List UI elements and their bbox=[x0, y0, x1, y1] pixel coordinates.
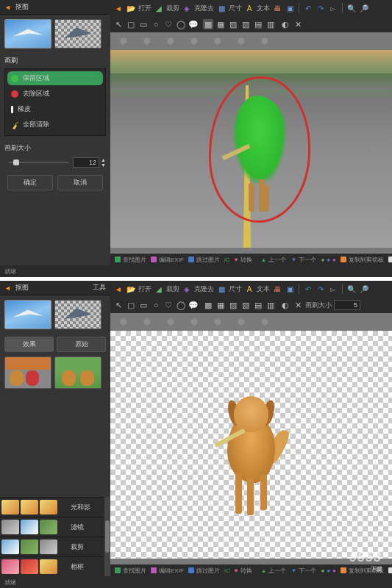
brush-clear[interactable]: 全部清除 bbox=[7, 118, 103, 132]
sb-wall[interactable]: 电子邮件 bbox=[388, 256, 392, 264]
open-label[interactable]: 打开 bbox=[138, 284, 152, 294]
thumb-cutout[interactable] bbox=[54, 19, 101, 49]
heart-icon[interactable]: ♡ bbox=[163, 300, 174, 310]
border3-icon[interactable]: ▨ bbox=[228, 300, 238, 310]
cancel-button[interactable]: 取消 bbox=[57, 175, 103, 190]
speech-icon[interactable]: 💬 bbox=[188, 19, 199, 29]
zoom-in-icon[interactable]: 🔍 bbox=[346, 284, 357, 294]
circle-icon[interactable]: ○ bbox=[151, 19, 161, 29]
brush-keep[interactable]: 保留区域 bbox=[7, 71, 103, 85]
sb-copy[interactable]: 复制到剪切板 bbox=[341, 567, 384, 575]
brush-eraser[interactable]: 橡皮 bbox=[7, 102, 103, 116]
sb-ic[interactable]: IC bbox=[224, 567, 230, 574]
border4-icon[interactable]: ▧ bbox=[240, 19, 251, 29]
rect-icon[interactable]: ▢ bbox=[126, 19, 136, 29]
sb-batch[interactable]: 跳过图片 bbox=[188, 256, 220, 264]
lasso-icon[interactable]: ◯ bbox=[176, 19, 186, 29]
zoom-out-icon[interactable]: 🔎 bbox=[359, 284, 369, 294]
lasso-icon[interactable]: ◯ bbox=[176, 300, 186, 310]
tab-effects[interactable]: 效果 bbox=[4, 337, 54, 352]
brush-size-value[interactable]: 5 bbox=[334, 300, 360, 310]
zoom-in-icon[interactable]: 🔍 bbox=[346, 3, 357, 13]
thumb-original[interactable] bbox=[4, 300, 51, 329]
layer-icon[interactable]: ▣ bbox=[285, 284, 295, 294]
border2-icon[interactable]: ▦ bbox=[215, 19, 226, 29]
size-slider[interactable] bbox=[9, 162, 68, 163]
sb-edit[interactable]: 编辑EXIF bbox=[151, 256, 184, 264]
draw-label[interactable]: 尺寸 bbox=[229, 284, 242, 294]
preset-1[interactable] bbox=[4, 356, 51, 389]
text-label[interactable]: 文本 bbox=[257, 4, 270, 13]
border5-icon[interactable]: ▤ bbox=[253, 19, 263, 29]
sb-next[interactable]: ▼下一个 bbox=[291, 256, 316, 264]
border6-icon[interactable]: ▥ bbox=[266, 19, 276, 29]
sb-wall[interactable]: 电子邮件 bbox=[388, 567, 392, 575]
sb-prev[interactable]: ▲上一个 bbox=[261, 567, 287, 575]
brush-remove[interactable]: 去除区域 bbox=[7, 87, 103, 101]
sb-copy[interactable]: 复制到剪切板 bbox=[341, 256, 384, 264]
sb-edit[interactable]: 编辑EXIF bbox=[151, 567, 184, 575]
effect-filter[interactable]: 滤镜 bbox=[0, 517, 110, 537]
size-value[interactable]: 12 bbox=[73, 157, 99, 168]
text-icon[interactable]: A bbox=[244, 3, 254, 13]
back-icon[interactable]: ◄ bbox=[113, 284, 124, 294]
roundrect-icon[interactable]: ▭ bbox=[138, 300, 149, 310]
circle-icon[interactable]: ○ bbox=[151, 300, 161, 310]
opacity-icon[interactable]: ◐ bbox=[280, 300, 291, 310]
zoom-out-icon[interactable]: 🔎 bbox=[359, 3, 369, 13]
clone-icon[interactable]: ◈ bbox=[182, 284, 192, 294]
crop-label[interactable]: 裁剪 bbox=[166, 4, 179, 13]
back-icon[interactable]: ◄ bbox=[4, 4, 11, 11]
clone-label[interactable]: 克隆去 bbox=[194, 284, 214, 294]
arrow-icon[interactable]: ▻ bbox=[328, 284, 338, 294]
speech-icon[interactable]: 💬 bbox=[188, 300, 199, 310]
effect-light[interactable]: 光和影 bbox=[0, 497, 110, 517]
undo-icon[interactable]: ↶ bbox=[303, 284, 313, 294]
draw-icon[interactable]: ▦ bbox=[216, 3, 227, 13]
thumb-cutout[interactable] bbox=[54, 300, 101, 329]
preset-2[interactable] bbox=[54, 356, 101, 389]
border2-icon[interactable]: ▦ bbox=[215, 300, 226, 310]
delete-icon[interactable]: ✕ bbox=[293, 300, 303, 310]
border6-icon[interactable]: ▥ bbox=[266, 300, 276, 310]
border1-icon[interactable]: ▩ bbox=[203, 19, 213, 29]
clone-icon[interactable]: ◈ bbox=[182, 3, 192, 13]
back-icon[interactable]: ◄ bbox=[4, 284, 11, 292]
back-icon[interactable]: ◄ bbox=[113, 3, 124, 13]
redo-icon[interactable]: ↷ bbox=[316, 284, 326, 294]
print-icon[interactable]: 🖶 bbox=[272, 3, 282, 13]
opacity-icon[interactable]: ◐ bbox=[280, 19, 291, 29]
open-icon[interactable]: 📂 bbox=[126, 284, 136, 294]
crop-icon[interactable]: ◢ bbox=[154, 284, 164, 294]
spinner-icon[interactable]: ▲▼ bbox=[101, 157, 106, 168]
tab-original[interactable]: 原始 bbox=[57, 337, 106, 352]
slider-thumb[interactable] bbox=[13, 159, 19, 165]
text-icon[interactable]: A bbox=[244, 284, 254, 294]
thumb-original[interactable] bbox=[4, 19, 51, 49]
sb-next[interactable]: ▼下一个 bbox=[291, 567, 316, 575]
sb-batch[interactable]: 跳过图片 bbox=[188, 567, 220, 575]
delete-icon[interactable]: ✕ bbox=[293, 19, 303, 29]
border1-icon[interactable]: ▩ bbox=[203, 300, 213, 310]
canvas-image[interactable] bbox=[110, 50, 392, 248]
border4-icon[interactable]: ▧ bbox=[240, 300, 251, 310]
sb-dots[interactable]: ●●● bbox=[321, 257, 336, 263]
sb-find[interactable]: 查找图片 bbox=[115, 256, 146, 264]
draw-icon[interactable]: ▦ bbox=[216, 284, 227, 294]
redo-icon[interactable]: ↷ bbox=[316, 3, 326, 13]
layer-icon[interactable]: ▣ bbox=[285, 3, 295, 13]
sb-prev[interactable]: ▲上一个 bbox=[261, 256, 287, 264]
open-icon[interactable]: 📂 bbox=[126, 3, 136, 13]
clone-label[interactable]: 克隆去 bbox=[194, 4, 214, 13]
effect-crop[interactable]: 裁剪 bbox=[0, 537, 110, 556]
sb-turn[interactable]: ♥转换 bbox=[235, 256, 252, 264]
print-icon[interactable]: 🖶 bbox=[272, 284, 282, 294]
crop-icon[interactable]: ◢ bbox=[154, 3, 164, 13]
open-label[interactable]: 打开 bbox=[138, 4, 152, 13]
arrow-icon[interactable]: ▻ bbox=[328, 3, 338, 13]
scrollbar[interactable] bbox=[104, 497, 110, 576]
ok-button[interactable]: 确定 bbox=[7, 175, 53, 190]
canvas-cutout[interactable] bbox=[110, 331, 392, 559]
undo-icon[interactable]: ↶ bbox=[303, 3, 313, 13]
sb-turn[interactable]: ♥转换 bbox=[235, 567, 252, 575]
